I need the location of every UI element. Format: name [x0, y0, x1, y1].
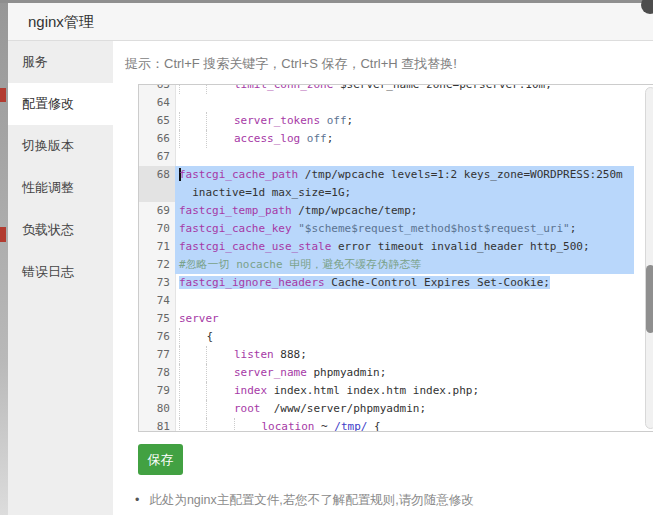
code-line[interactable]: 69fastcgi_temp_path /tmp/wpcache/temp;: [139, 202, 653, 220]
indent-guide: [179, 85, 206, 94]
indent-guide: [206, 400, 233, 418]
line-number: 73: [139, 274, 175, 292]
line-number: 67: [139, 148, 175, 166]
indent-guide: [179, 130, 206, 148]
editor-scrollbar-thumb[interactable]: [646, 265, 653, 333]
indent-guide: [179, 364, 206, 382]
token-pl: ~: [314, 420, 334, 432]
footer-note-text: 此处为nginx主配置文件,若您不了解配置规则,请勿随意修改: [149, 493, 473, 507]
background-red-element: [0, 227, 6, 242]
code-text: fastcgi_cache_key "$scheme$request_metho…: [175, 220, 653, 238]
code-text: fastcgi_ignore_headers Cache-Control Exp…: [175, 274, 653, 292]
token-pl: error timeout invalid_header http_500;: [331, 240, 589, 253]
token-pl: {: [367, 420, 380, 432]
line-number: 75: [139, 310, 175, 328]
code-text: #忽略一切 nocache 申明，避免不缓存伪静态等: [175, 256, 653, 274]
bullet-icon: •: [135, 493, 139, 507]
footer-note: •此处为nginx主配置文件,若您不了解配置规则,请勿随意修改: [135, 492, 474, 509]
hint-text: 提示：Ctrl+F 搜索关键字，Ctrl+S 保存，Ctrl+H 查找替换!: [125, 55, 457, 73]
token-kw: index: [234, 384, 267, 397]
code-line[interactable]: 71fastcgi_cache_use_stale error timeout …: [139, 238, 653, 256]
code-text: fastcgi_cache_use_stale error timeout in…: [175, 238, 653, 256]
token-str: "$scheme$request_method$host$request_uri…: [292, 222, 570, 235]
sidebar: 服务配置修改切换版本性能调整负载状态错误日志: [8, 41, 113, 515]
line-number: 78: [139, 364, 175, 382]
code-text: fastcgi_cache_path /tmp/wpcache levels=1…: [175, 166, 653, 184]
token-kw: server_tokens: [234, 114, 320, 127]
code-line[interactable]: 76{: [139, 328, 653, 346]
indent-guide: [179, 328, 206, 346]
sidebar-item-2[interactable]: 切换版本: [8, 125, 113, 167]
sidebar-item-1[interactable]: 配置修改: [8, 83, 113, 125]
selected-text: fastcgi_ignore_headers Cache-Control Exp…: [179, 276, 550, 289]
indent-guide: [179, 400, 206, 418]
sidebar-item-0[interactable]: 服务: [8, 41, 113, 83]
page-left-edge: [0, 3, 8, 515]
indent-guide: [206, 130, 233, 148]
line-number: 71: [139, 238, 175, 256]
nginx-manager-modal: nginx管理 服务配置修改切换版本性能调整负载状态错误日志 提示：Ctrl+F…: [8, 3, 653, 515]
code-line[interactable]: 78server_name phpmyadmin;: [139, 364, 653, 382]
sidebar-item-4[interactable]: 负载状态: [8, 209, 113, 251]
code-line[interactable]: inactive=1d max_size=1G;: [139, 184, 653, 202]
code-text: {: [175, 328, 653, 346]
code-line[interactable]: 77listen 888;: [139, 346, 653, 364]
modal-header: nginx管理: [8, 3, 653, 41]
code-text: server: [175, 310, 653, 328]
code-text: [175, 94, 653, 112]
editor-scrollbar[interactable]: [645, 87, 653, 429]
code-line[interactable]: 64: [139, 94, 653, 112]
token-path: /tmp/: [334, 420, 367, 432]
token-kw: fastcgi_ignore_headers: [179, 276, 325, 289]
code-text: [175, 292, 653, 310]
code-line[interactable]: 70fastcgi_cache_key "$scheme$request_met…: [139, 220, 653, 238]
code-line[interactable]: 79index index.html index.htm index.php;: [139, 382, 653, 400]
indent-guide: [179, 418, 206, 432]
line-number: 76: [139, 328, 175, 346]
code-line[interactable]: 65server_tokens off;: [139, 112, 653, 130]
code-line[interactable]: 80root /www/server/phpmyadmin;: [139, 400, 653, 418]
indent-guide: [206, 364, 233, 382]
code-text: server_name phpmyadmin;: [175, 364, 653, 382]
code-line[interactable]: 66access_log off;: [139, 130, 653, 148]
code-line[interactable]: 74: [139, 292, 653, 310]
code-line[interactable]: 81location ~ /tmp/ {: [139, 418, 653, 432]
sidebar-item-5[interactable]: 错误日志: [8, 251, 113, 293]
token-pl: /tmp/wpcache levels=1:2 keys_zone=WORDPR…: [298, 168, 623, 181]
token-kw: server: [179, 312, 219, 325]
token-atom: off: [320, 114, 347, 127]
token-pl: inactive=1d max_size=1G;: [179, 186, 351, 199]
token-kw: root: [234, 402, 261, 415]
code-line[interactable]: 72#忽略一切 nocache 申明，避免不缓存伪静态等: [139, 256, 653, 274]
token-atom: off: [300, 132, 327, 145]
line-number: 65: [139, 112, 175, 130]
content-panel: 提示：Ctrl+F 搜索关键字，Ctrl+S 保存，Ctrl+H 查找替换! 6…: [113, 41, 653, 515]
token-kw: listen: [234, 348, 274, 361]
code-line[interactable]: 67: [139, 148, 653, 166]
save-button[interactable]: 保存: [138, 444, 183, 475]
token-kw: fastcgi_cache_use_stale: [179, 240, 331, 253]
token-pl: ;: [570, 222, 577, 235]
line-number: 68: [139, 166, 175, 184]
line-number: 72: [139, 256, 175, 274]
code-text: server_tokens off;: [175, 112, 653, 130]
config-code-editor[interactable]: 63limit_conn_zone $server_name zone=pers…: [138, 84, 653, 432]
line-number: 69: [139, 202, 175, 220]
code-line[interactable]: 68fastcgi_cache_path /tmp/wpcache levels…: [139, 166, 653, 184]
indent-guide: [179, 112, 206, 130]
indent-guide: [206, 346, 233, 364]
sidebar-item-3[interactable]: 性能调整: [8, 167, 113, 209]
token-pl: ;: [347, 114, 354, 127]
token-kw: access_log: [234, 132, 300, 145]
token-kw: fastcgi_cache_path: [179, 168, 298, 181]
token-cmt: #忽略一切 nocache 申明，避免不缓存伪静态等: [179, 258, 421, 271]
code-text: listen 888;: [175, 346, 653, 364]
code-line[interactable]: 75server: [139, 310, 653, 328]
token-pl: ;: [327, 132, 334, 145]
code-line[interactable]: 63limit_conn_zone $server_name zone=pers…: [139, 85, 653, 94]
code-line[interactable]: 73fastcgi_ignore_headers Cache-Control E…: [139, 274, 653, 292]
token-pl: /www/server/phpmyadmin;: [260, 402, 426, 415]
line-number: 79: [139, 382, 175, 400]
line-number: 80: [139, 400, 175, 418]
token-kw: server_name: [234, 366, 307, 379]
